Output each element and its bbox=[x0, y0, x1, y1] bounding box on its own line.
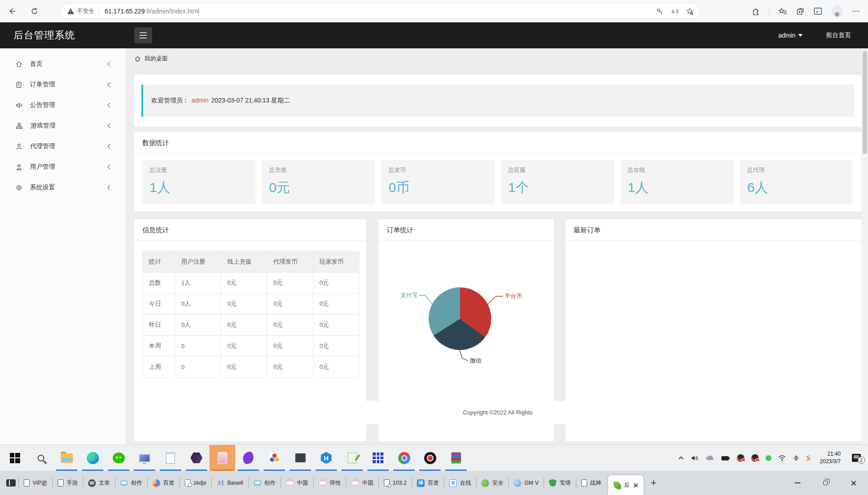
sidebar-item-agents[interactable]: 代理管理 bbox=[0, 136, 126, 157]
collections-button[interactable] bbox=[779, 7, 787, 16]
browser-tab[interactable]: 安全 bbox=[477, 471, 507, 495]
tab-title: 弹性 bbox=[330, 479, 341, 487]
chevron-down-icon bbox=[798, 34, 803, 37]
close-tab-icon[interactable] bbox=[633, 483, 638, 488]
notification-badge: 2 bbox=[858, 457, 865, 464]
tab-title: 创作 bbox=[131, 479, 142, 487]
browser-tab[interactable]: 文章 bbox=[84, 471, 114, 495]
taskbar-app-wechat[interactable] bbox=[106, 445, 132, 471]
taskbar-clock[interactable]: 21:40 2023/3/7 bbox=[820, 450, 841, 466]
tab-title: 中国 bbox=[362, 479, 374, 487]
ie-mode-button[interactable]: e bbox=[813, 7, 822, 16]
tab-actions-button[interactable] bbox=[796, 7, 804, 16]
tab-divider bbox=[281, 477, 281, 489]
favorite-add-button[interactable] bbox=[686, 8, 694, 15]
browser-tab[interactable]: VIP超 bbox=[20, 471, 51, 495]
taskbar-app-trefoil[interactable] bbox=[261, 445, 287, 471]
read-aloud-button[interactable]: A bbox=[671, 8, 679, 15]
chevron-left-icon bbox=[106, 81, 111, 88]
tab-divider bbox=[115, 477, 115, 489]
trefoil-icon bbox=[268, 452, 281, 464]
scrollbar-thumb[interactable] bbox=[863, 51, 867, 154]
sidebar-item-home[interactable]: 首页 bbox=[0, 54, 126, 74]
browser-tab[interactable]: 百度 bbox=[149, 471, 179, 495]
taskbar-app-notepad[interactable] bbox=[157, 445, 183, 471]
minimize-icon[interactable] bbox=[795, 482, 800, 483]
tray-chevron-up-button[interactable] bbox=[678, 456, 684, 460]
refresh-button[interactable] bbox=[27, 4, 42, 19]
security-warning-label[interactable]: 不安全 bbox=[77, 7, 94, 15]
close-icon[interactable] bbox=[851, 480, 856, 486]
url-host[interactable]: 61.171.65.229 bbox=[105, 8, 145, 15]
admin-dropdown[interactable]: admin bbox=[779, 32, 803, 39]
taskbar-app-edge[interactable] bbox=[80, 445, 106, 471]
sidebar-item-announcements[interactable]: 公告管理 bbox=[0, 95, 126, 115]
browser-tab[interactable]: 战神 bbox=[577, 471, 605, 495]
sidebar-item-settings[interactable]: 系统设置 bbox=[0, 177, 126, 198]
taskbar-app-hbuilder[interactable] bbox=[313, 445, 339, 471]
browser-tab[interactable]: GM V bbox=[510, 471, 543, 495]
taskbar-app-winstack[interactable] bbox=[287, 445, 313, 471]
table-header-cell: 用户注册 bbox=[175, 251, 221, 273]
browser-tab[interactable]: 百度 bbox=[413, 471, 443, 495]
tray-onedrive-button[interactable] bbox=[706, 455, 715, 461]
cloud-pink-icon bbox=[351, 481, 359, 485]
tab-title: 百度 bbox=[428, 479, 439, 487]
taskbar-app-buildings[interactable] bbox=[365, 445, 391, 471]
browser-tab[interactable]: 弹性 bbox=[315, 471, 345, 495]
taskbar-app-recorder[interactable] bbox=[417, 445, 443, 471]
taskbar-app-flame[interactable] bbox=[235, 445, 261, 471]
qq-icon[interactable] bbox=[737, 454, 745, 462]
active-tab[interactable]: 后 bbox=[608, 475, 644, 495]
more-menu-button[interactable] bbox=[852, 7, 860, 15]
tray-battery-button[interactable] bbox=[721, 455, 730, 461]
browser-tab[interactable]: zkdjx bbox=[181, 471, 210, 495]
tray-network-button[interactable] bbox=[778, 455, 786, 461]
qq-icon[interactable] bbox=[751, 454, 759, 462]
sidebar-item-games[interactable]: 游戏管理 bbox=[0, 115, 126, 136]
taskbar-app-start[interactable] bbox=[2, 445, 28, 471]
notification-center-button[interactable]: 2 bbox=[852, 454, 861, 462]
taskbar-app-winrar[interactable] bbox=[443, 445, 469, 471]
taskbar-app-explorer[interactable] bbox=[54, 445, 80, 471]
pie-slices[interactable] bbox=[429, 287, 491, 350]
taskbar-app-phone[interactable] bbox=[209, 445, 235, 471]
sidebar-toggle-button[interactable] bbox=[134, 27, 152, 43]
url-path[interactable]: :8/admin/Index.html bbox=[145, 8, 200, 15]
page-scrollbar[interactable] bbox=[862, 48, 868, 444]
browser-tab[interactable]: Base6 bbox=[213, 471, 247, 495]
browser-tab[interactable]: 中国 bbox=[347, 471, 378, 495]
sogou-input-icon[interactable]: S bbox=[806, 454, 810, 462]
sidebar-item-users[interactable]: 用户管理 bbox=[0, 157, 126, 177]
browser-tab[interactable]: 中国 bbox=[282, 471, 312, 495]
taskbar-app-remote[interactable] bbox=[132, 445, 157, 471]
browser-tab[interactable]: 创作 bbox=[116, 471, 146, 495]
browser-tab[interactable]: 103.2 bbox=[380, 471, 411, 495]
taskbar-app-npp[interactable] bbox=[339, 445, 365, 471]
taskbar-app-chrome[interactable] bbox=[391, 445, 417, 471]
browser-tab[interactable]: 手游 bbox=[54, 471, 82, 495]
extensions-button[interactable] bbox=[752, 7, 760, 16]
workspaces-icon[interactable] bbox=[6, 479, 16, 486]
table-cell: 0元 bbox=[313, 315, 359, 336]
wechat-status-icon[interactable] bbox=[766, 455, 771, 461]
collections-icon bbox=[779, 7, 787, 16]
taskbar-app-nox[interactable] bbox=[183, 445, 209, 471]
tray-ime-button[interactable] bbox=[793, 455, 800, 461]
browser-tab[interactable]: 宝塔 bbox=[545, 471, 575, 495]
taskbar-app-search[interactable] bbox=[28, 445, 54, 471]
back-button[interactable] bbox=[4, 4, 20, 19]
address-bar[interactable]: 不安全 61.171.65.229:8/admin/Index.html A bbox=[60, 4, 700, 19]
profile-button[interactable] bbox=[831, 5, 843, 17]
browser-tab[interactable]: 在线 bbox=[445, 471, 475, 495]
stat-card-total-coins: 总发币0币 bbox=[381, 160, 494, 205]
browser-tab[interactable]: 创作 bbox=[250, 471, 280, 495]
frontend-home-link[interactable]: 前台首页 bbox=[826, 31, 851, 39]
restore-icon[interactable] bbox=[823, 481, 828, 485]
password-key-button[interactable] bbox=[656, 8, 664, 15]
sidebar-item-orders[interactable]: 订单管理 bbox=[0, 74, 126, 95]
tray-volume-button[interactable] bbox=[691, 455, 699, 461]
chevron-up-icon bbox=[678, 456, 684, 460]
new-tab-button[interactable]: + bbox=[651, 478, 656, 488]
breadcrumb-label[interactable]: 我的桌面 bbox=[145, 55, 168, 63]
